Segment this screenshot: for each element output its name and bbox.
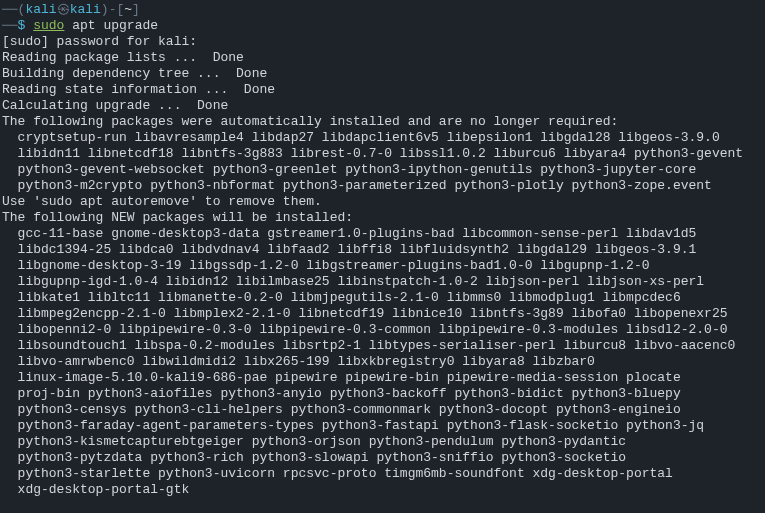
prompt-host: kali [70,2,101,17]
prompt-line-2[interactable]: ──$ sudo apt upgrade [0,18,765,34]
output-line: cryptsetup-run libavresample4 libdap27 l… [0,130,765,146]
prompt-symbol: $ [18,18,34,33]
command-args: apt upgrade [64,18,158,33]
output-line: python3-m2crypto python3-nbformat python… [0,178,765,194]
command-sudo: sudo [33,18,64,33]
output-line: python3-kismetcapturebtgeiger python3-or… [0,434,765,450]
output-line: python3-faraday-agent-parameters-types p… [0,418,765,434]
output-line: libidn11 libnetcdf18 libntfs-3g883 libre… [0,146,765,162]
output-line: Use 'sudo apt autoremove' to remove them… [0,194,765,210]
output-line: linux-image-5.10.0-kali9-686-pae pipewir… [0,370,765,386]
output-line: python3-pytzdata python3-rich python3-sl… [0,450,765,466]
output-line: Calculating upgrade ... Done [0,98,765,114]
prompt-decor: ──( [2,2,25,17]
prompt-decor: ── [2,18,18,33]
output-line: libsoundtouch1 libspa-0.2-modules libsrt… [0,338,765,354]
prompt-cwd: ~ [124,2,132,17]
output-line: proj-bin python3-aiofiles python3-anyio … [0,386,765,402]
output-line: The following NEW packages will be insta… [0,210,765,226]
prompt-decor: )-[ [101,2,124,17]
output-line: Reading state information ... Done [0,82,765,98]
output-line: libgupnp-igd-1.0-4 libidn12 libilmbase25… [0,274,765,290]
output-line: libopenni2-0 libpipewire-0.3-0 libpipewi… [0,322,765,338]
prompt-decor: ] [132,2,140,17]
output-line: libgnome-desktop-3-19 libgssdp-1.2-0 lib… [0,258,765,274]
output-line: python3-censys python3-cli-helpers pytho… [0,402,765,418]
output-line: libdc1394-25 libdca0 libdvdnav4 libfaad2… [0,242,765,258]
output-line: gcc-11-base gnome-desktop3-data gstreame… [0,226,765,242]
output-line: libmpeg2encpp-2.1-0 libmplex2-2.1-0 libn… [0,306,765,322]
output-line: libvo-amrwbenc0 libwildmidi2 libx265-199… [0,354,765,370]
output-line: Building dependency tree ... Done [0,66,765,82]
output-line: python3-gevent-websocket python3-greenle… [0,162,765,178]
prompt-at: ㉿ [57,2,70,17]
output-line: libkate1 libltc11 libmanette-0.2-0 libmj… [0,290,765,306]
output-line: Reading package lists ... Done [0,50,765,66]
output-line: The following packages were automaticall… [0,114,765,130]
output-line: python3-starlette python3-uvicorn rpcsvc… [0,466,765,482]
output-line: [sudo] password for kali: [0,34,765,50]
prompt-line-1: ──(kali㉿kali)-[~] [0,2,765,18]
output-line: xdg-desktop-portal-gtk [0,482,765,498]
prompt-user: kali [25,2,56,17]
